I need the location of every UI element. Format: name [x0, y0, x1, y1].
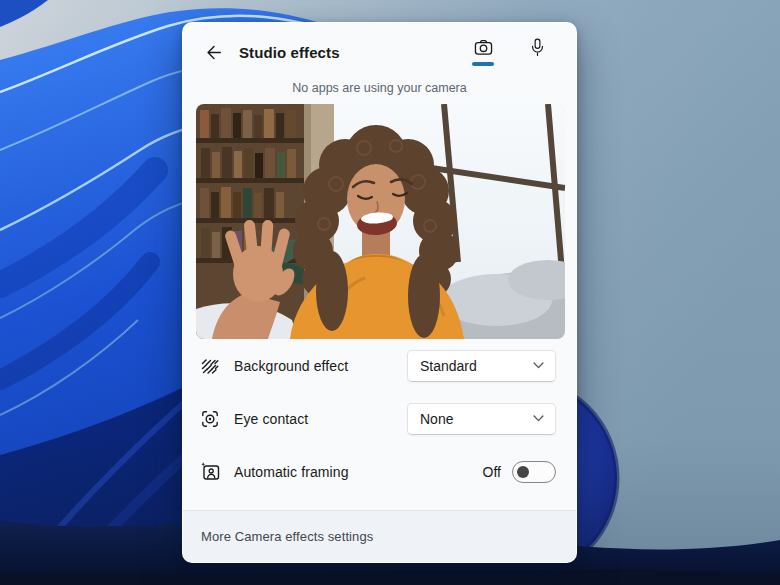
microphone-icon: [528, 37, 547, 58]
setting-row-automatic-framing: Automatic framing Off: [183, 445, 576, 498]
device-tabs: [468, 35, 552, 69]
camera-status-text: No apps are using your camera: [183, 81, 576, 95]
studio-effects-flyout: Studio effects: [182, 22, 577, 563]
camera-preview: [196, 104, 565, 339]
setting-label-automatic-framing: Automatic framing: [234, 464, 483, 480]
desktop: Studio effects: [0, 0, 780, 585]
panel-header: Studio effects: [199, 33, 558, 71]
back-arrow-icon: [204, 43, 223, 62]
microphone-tab-underline: [526, 62, 548, 66]
more-settings-label: More Camera effects settings: [201, 529, 373, 544]
setting-row-eye-contact: Eye contact None: [183, 392, 576, 445]
setting-label-background-effect: Background effect: [234, 358, 407, 374]
automatic-framing-icon: [199, 461, 221, 483]
tab-camera[interactable]: [468, 35, 498, 69]
tab-microphone[interactable]: [522, 35, 552, 69]
background-effect-value: Standard: [420, 358, 477, 374]
automatic-framing-state: Off: [483, 464, 501, 480]
background-effect-icon: [199, 355, 221, 377]
eye-contact-value: None: [420, 411, 453, 427]
setting-label-eye-contact: Eye contact: [234, 411, 407, 427]
toggle-knob: [517, 466, 529, 478]
chevron-down-icon: [533, 362, 544, 369]
setting-row-background-effect: Background effect Standard: [183, 339, 576, 392]
back-button[interactable]: [199, 38, 227, 66]
panel-title: Studio effects: [239, 44, 468, 61]
automatic-framing-toggle[interactable]: [512, 461, 556, 483]
eye-contact-icon: [199, 408, 221, 430]
chevron-down-icon: [533, 415, 544, 422]
settings-list: Background effect Standard: [183, 339, 576, 498]
camera-icon: [473, 37, 494, 58]
background-effect-dropdown[interactable]: Standard: [407, 350, 556, 382]
eye-contact-dropdown[interactable]: None: [407, 403, 556, 435]
more-settings-link[interactable]: More Camera effects settings: [183, 510, 576, 562]
camera-tab-underline: [472, 62, 494, 66]
